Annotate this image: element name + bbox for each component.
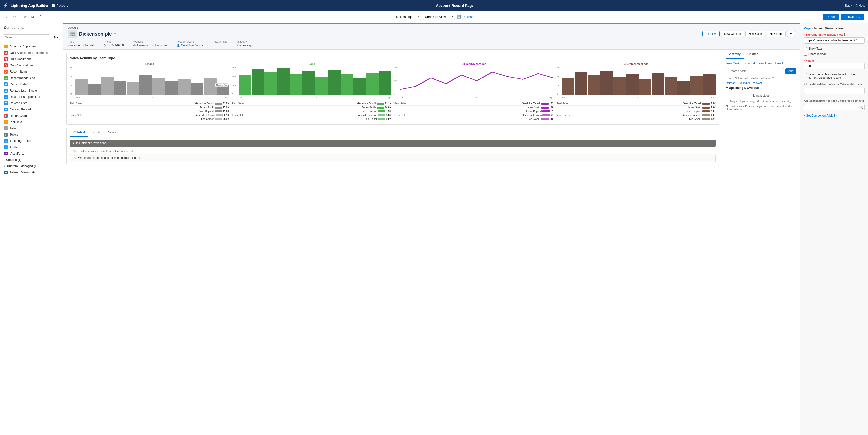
view-mode-select-wrap[interactable]: Shrink To View 100% ▾ [423, 14, 455, 20]
component-item-topics[interactable]: # Topics [0, 131, 63, 138]
component-search-input[interactable] [3, 34, 50, 40]
new-case-button[interactable]: New Case [745, 31, 765, 37]
calls-chart-visual: 150010005000 [232, 66, 392, 100]
chatter-tab[interactable]: Chatter [744, 50, 761, 59]
meetings-x-labels: Jun 1Jul 1Aug 1 [562, 97, 716, 99]
tab-details[interactable]: Details [88, 128, 104, 137]
filter-object-field-input[interactable] [804, 104, 865, 111]
linkedin-x-labels: Jun 1Jul 1Aug 1 [400, 97, 554, 99]
component-item-related-lists[interactable]: ☰ Related Lists [0, 100, 63, 106]
refresh-activity-link[interactable]: Refresh [726, 82, 735, 84]
monitor-icon: 🖥 [396, 15, 399, 19]
chart-row: Pierre Dupond 2.6K [557, 110, 716, 113]
log-a-call-button[interactable]: Log a Call [742, 61, 756, 66]
refresh-icon: 🔄 [457, 15, 461, 19]
emails-table: Field Sales Geraldine Zanolli 52.5K Jame… [70, 102, 229, 121]
field-owner: Account Owner 👤 Geraldine Zanolli [177, 40, 203, 47]
copy-button[interactable]: ⧉ [30, 14, 36, 20]
component-item-rich-text[interactable]: T Rich Text [0, 119, 63, 125]
activation-button[interactable]: Activation... [841, 13, 864, 20]
follow-button[interactable]: + Follow [702, 31, 720, 37]
component-item-potential-duplicates[interactable]: ⬡ Potential Duplicates [0, 43, 63, 50]
account-header: Account 🏢 Dickenson plc ✏ + Follow New C… [63, 24, 800, 50]
no-next-steps: No next steps. [726, 92, 796, 100]
show-toolbar-checkbox[interactable] [804, 53, 807, 56]
component-item-trending-topics[interactable]: ☰ Trending Topics [0, 138, 63, 144]
component-item-tabs[interactable]: ▭ Tabs [0, 125, 63, 131]
add-task-button[interactable]: Add [785, 68, 796, 74]
component-item-twitter[interactable]: 🐦 Twitter [0, 144, 63, 150]
component-item-quip-associated[interactable]: Q Quip Associated Documents [0, 50, 63, 56]
new-contact-button[interactable]: New Contact [721, 31, 744, 37]
tab-related[interactable]: Related [70, 128, 88, 137]
component-item-record-detail[interactable]: ☰ Record Detail [0, 81, 63, 87]
component-item-tableau-visualization[interactable]: ✦ Tableau Visualization [0, 169, 63, 176]
new-event-button[interactable]: New Event [758, 61, 773, 66]
back-button[interactable]: ← Back [841, 4, 852, 7]
refresh-button[interactable]: 🔄 Refresh [457, 15, 473, 19]
rich-text-icon: T [4, 120, 8, 124]
filter-checkbox[interactable] [804, 73, 807, 76]
device-select-wrap[interactable]: 🖥 Desktop Mobile Tablet ▾ [394, 14, 421, 20]
topics-icon: # [4, 133, 8, 136]
toolbar-center: 🖥 Desktop Mobile Tablet ▾ Shrink To View… [47, 14, 820, 20]
breadcrumb-current: Tableau Visualization [813, 27, 843, 30]
component-item-related-list-quick-links[interactable]: ☰ Related List Quick Links [0, 94, 63, 100]
page-title: Account Record Page [436, 3, 474, 7]
chart-col-calls: Calls 150010005000 [232, 62, 392, 121]
activity-body: New Task Log a Call New Event Email Add … [722, 59, 800, 115]
custom-section-header[interactable]: › Custom (1) [0, 157, 63, 163]
new-note-button[interactable]: New Note [767, 31, 786, 37]
show-tabs-checkbox[interactable] [804, 47, 807, 51]
help-button[interactable]: ? Help [856, 4, 865, 7]
record-detail-icon: ☰ [4, 82, 8, 86]
show-tabs-section: Show Tabs Show Toolbar [804, 47, 865, 56]
search-bar: ⚙ ▾ [0, 32, 63, 42]
twitter-icon: 🐦 [4, 145, 8, 149]
activity-tab[interactable]: Activity [726, 50, 744, 59]
add-filter-field-label: Add additional filter, define the Tablea… [804, 83, 865, 86]
save-button[interactable]: Save [823, 13, 839, 20]
filter-field-name-input[interactable] [804, 88, 865, 94]
component-item-recommendations[interactable]: ★ Recommendations [0, 75, 63, 81]
component-item-report-chart[interactable]: 📊 Report Chart [0, 113, 63, 119]
delete-button[interactable]: 🗑 [37, 14, 44, 20]
component-item-related-list-single[interactable]: ☰ Related List - Single [0, 87, 63, 94]
height-label: * Height [804, 59, 865, 62]
create-task-input[interactable] [726, 68, 784, 74]
phone-label: Phone [104, 40, 124, 43]
email-button[interactable]: Email [775, 61, 783, 66]
chart-row: Pierre Dupond 7.3K [232, 110, 392, 113]
related-record-icon: ☰ [4, 107, 8, 112]
component-item-related-record[interactable]: ☰ Related Record [0, 106, 63, 113]
settings-button[interactable]: ⚙ ▾ [52, 35, 60, 40]
device-select[interactable]: Desktop Mobile Tablet [400, 15, 416, 19]
view-all-link[interactable]: View All [753, 82, 763, 84]
expand-all-link[interactable]: Expand All [738, 82, 750, 84]
undo-button[interactable]: ↩ [4, 13, 10, 20]
height-input[interactable] [804, 63, 865, 69]
custom-managed-section-header[interactable]: ∨ Custom - Managed (1) [0, 163, 63, 169]
meetings-bars [562, 66, 716, 95]
cut-button[interactable]: ✂ [23, 13, 29, 20]
activity-links-row: Refresh · Expand All · View All [726, 82, 796, 84]
redo-button[interactable]: ↪ [11, 13, 18, 20]
upcoming-chevron: ∨ [726, 86, 728, 90]
custom-managed-section-arrow: ∨ [4, 165, 6, 167]
url-info-icon[interactable]: ℹ [844, 33, 845, 36]
url-input[interactable] [804, 37, 865, 43]
related-lists-icon: ☰ [4, 101, 8, 105]
component-item-quip-notifications[interactable]: Q Quip Notifications [0, 62, 63, 68]
more-actions-button[interactable]: ▾ [787, 31, 795, 37]
pages-button[interactable]: 📄 Pages ∨ [52, 4, 69, 7]
component-item-recent-items[interactable]: ⏱ Recent Items [0, 68, 63, 75]
new-task-button[interactable]: New Task [726, 61, 740, 66]
tab-news[interactable]: News [104, 128, 119, 137]
component-item-visualforce[interactable]: </> Visualforce [0, 150, 63, 157]
set-visibility-section[interactable]: › Set Component Visibility [804, 114, 865, 117]
linkedin-title: LinkedIn Messages [394, 62, 554, 65]
breadcrumb-page-link[interactable]: Page [804, 27, 811, 30]
view-mode-select[interactable]: Shrink To View 100% [425, 15, 451, 19]
component-item-quip-document[interactable]: Q Quip Document [0, 56, 63, 62]
info-box: ⚠ We found no potential duplicates of th… [70, 154, 716, 162]
